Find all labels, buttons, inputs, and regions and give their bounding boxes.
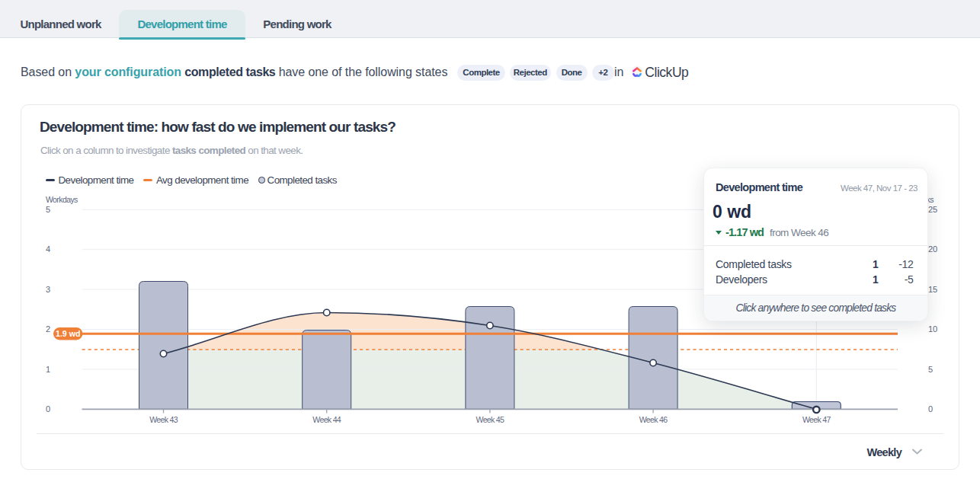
svg-text:0: 0 [46,404,50,414]
svg-text:5: 5 [928,365,933,374]
svg-text:5: 5 [46,205,50,214]
svg-text:1.9 wd: 1.9 wd [56,329,80,338]
svg-text:3: 3 [46,285,50,294]
svg-text:20: 20 [928,244,937,254]
svg-text:Week 43: Week 43 [149,415,178,424]
svg-text:0: 0 [928,404,933,414]
svg-text:Week 44: Week 44 [312,415,341,424]
svg-text:10: 10 [928,324,937,334]
svg-text:1: 1 [46,365,50,374]
svg-text:4: 4 [46,244,50,254]
svg-text:15: 15 [928,285,937,294]
svg-text:Week 47: Week 47 [802,415,831,424]
svg-text:25: 25 [928,205,937,214]
svg-text:Week 45: Week 45 [476,415,505,424]
svg-text:2: 2 [46,324,50,334]
svg-text:Week 46: Week 46 [639,415,668,424]
svg-text:Workdays: Workdays [46,195,78,204]
